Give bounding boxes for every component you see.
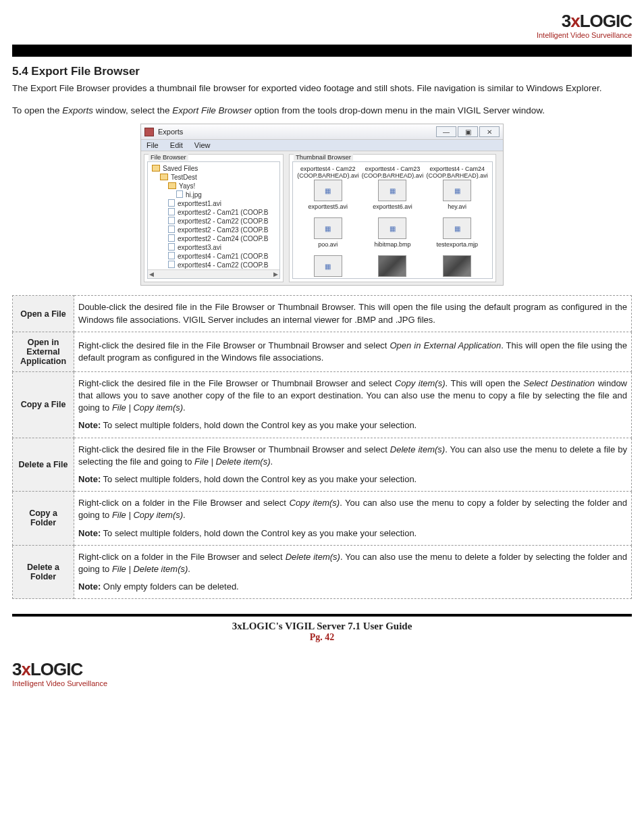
action-description: Right-click the desired file in the File… [74,438,632,492]
thumbnail-item[interactable]: poo.avi▦ [297,242,359,277]
action-name: Delete a File [13,438,74,492]
action-name: Copy a Folder [13,492,74,546]
thumbnail-item[interactable]: exporttest4 - Cam22 (COOP.BARHEAD).avi▦ [297,166,359,201]
menu-view[interactable]: View [194,141,211,149]
exports-window: Exports — ▣ ✕ File Edit View File Browse… [140,124,504,286]
action-name: Open a File [13,296,74,332]
thumbnail-label: testexporta.mjp [436,242,478,255]
video-thumbnail-icon: ▦ [378,180,406,201]
video-thumbnail-icon: ▦ [314,255,342,277]
section-title: 5.4 Export File Browser [12,65,632,78]
actions-table: Open a FileDouble-click the desired file… [12,295,632,599]
thumbnail-label: hibitmap.bmp [374,242,410,255]
thumbnail-item[interactable]: exporttest5.avi▦ [297,204,359,239]
window-icon [144,128,154,136]
table-row: Open a FileDouble-click the desired file… [13,296,632,332]
tree-item[interactable]: exporttest1.avi [168,199,277,208]
page-footer: 3xLOGIC's VIGIL Server 7.1 User Guide Pg… [12,614,632,643]
tree-item[interactable]: exporttest4 - Cam21 (COOP.B [168,252,277,261]
tree-item[interactable]: exporttest4 - Cam24 (COOP.B [168,278,277,279]
tree-item[interactable]: Saved Files [152,164,277,173]
thumbnail-item[interactable]: exporttest4 - Cam24 (COOP.BARHEAD).avi▦ [426,166,488,201]
table-row: Open in External Appli­cationRight-click… [13,332,632,371]
table-row: Copy a FolderRight-click on a folder in … [13,492,632,546]
file-tree[interactable]: Saved FilesTestDestYays!hi.jpgexporttest… [147,161,280,279]
tree-item[interactable]: Yays! [168,182,277,190]
header-logo: 3xLOGIC Intelligent Video Surveillance [12,12,632,39]
video-thumbnail-icon: ▦ [378,217,406,239]
action-name: Delete a Folder [13,545,74,599]
thumbnail-label: exporttest6.avi [373,204,412,217]
thumbnail-item[interactable]: hey.avi▦ [426,204,488,239]
thumbnail-item[interactable]: exporttest6.avi▦ [362,204,424,239]
logo-text: 3xLOGIC [12,660,82,678]
header-divider [12,45,632,57]
window-title: Exports [158,128,183,136]
thumbnail-label: exporttest4 - Cam23 (COOP.BARHEAD).avi [362,166,423,180]
intro-paragraph: The Export File Browser provides a thumb… [12,82,632,95]
video-thumbnail-icon: ▦ [443,180,471,201]
thumbnail-label: exporttest4 - Cam22 (COOP.BARHEAD).avi [297,166,358,180]
tree-scrollbar[interactable]: ◀ ▶ [148,269,279,278]
image-thumbnail-icon [443,255,471,277]
action-description: Right-click on a folder in the File Brow… [74,545,632,599]
window-titlebar: Exports — ▣ ✕ [141,124,503,140]
thumbnail-label: exporttest5.avi [308,204,348,217]
thumbnail-label: poo.avi [318,242,338,255]
tree-item[interactable]: exporttest3.avi [168,243,277,252]
tree-item[interactable]: exporttest2 - Cam24 (COOP.B [168,234,277,243]
footer-logo: 3xLOGIC Intelligent Video Surveillance [12,660,632,687]
logo-tagline: Intelligent Video Surveillance [12,31,632,39]
minimize-button[interactable]: — [436,126,456,137]
table-row: Delete a FolderRight-click on a folder i… [13,545,632,599]
video-thumbnail-icon: ▦ [314,217,342,239]
thumbnail-label: hey.avi [448,204,466,217]
tree-item[interactable]: hi.jpg [176,190,277,199]
video-thumbnail-icon: ▦ [314,180,342,201]
menu-edit[interactable]: Edit [170,141,183,149]
table-row: Delete a FileRight-click the desired fil… [13,438,632,492]
maximize-button[interactable]: ▣ [458,126,478,137]
tree-item[interactable]: exporttest4 - Cam22 (COOP.B [168,261,277,269]
file-browser-panel: File Browser Saved FilesTestDestYays!hi.… [144,154,284,282]
image-thumbnail-icon [378,255,406,277]
thumbnail-browser-panel: Thumbnail Browser exporttest4 - Cam22 (C… [289,154,496,282]
menu-file[interactable]: File [146,141,159,149]
tree-item[interactable]: exporttest2 - Cam23 (COOP.B [168,226,277,234]
thumbnail-item[interactable]: hibitmap.bmp [362,242,424,277]
action-description: Right-click the desired file in the File… [74,371,632,438]
action-name: Copy a File [13,371,74,438]
logo-text: 3xLOGIC [562,12,632,30]
action-description: Right-click on a folder in the File Brow… [74,492,632,546]
file-browser-label: File Browser [149,153,188,161]
menu-bar: File Edit View [141,140,503,151]
tree-item[interactable]: exporttest2 - Cam21 (COOP.B [168,208,277,217]
thumbnail-browser-label: Thumbnail Browser [294,153,353,161]
tree-item[interactable]: exporttest2 - Cam22 (COOP.B [168,217,277,226]
logo-tagline: Intelligent Video Surveillance [12,679,632,687]
table-row: Copy a FileRight-click the desired file … [13,371,632,438]
action-name: Open in External Appli­cation [13,332,74,371]
footer-page-number: Pg. 42 [12,632,632,643]
tree-item[interactable]: TestDest [160,173,277,182]
howto-paragraph: To open the Exports window, select the E… [12,105,632,117]
thumbnail-label: exporttest4 - Cam24 (COOP.BARHEAD).avi [426,166,487,180]
action-description: Double-click the desired file in the Fil… [74,296,632,332]
thumbnail-grid[interactable]: exporttest4 - Cam22 (COOP.BARHEAD).avi▦e… [292,161,493,279]
thumbnail-item[interactable]: testexporta.mjp [426,242,488,277]
video-thumbnail-icon: ▦ [443,217,471,239]
close-button[interactable]: ✕ [479,126,500,137]
footer-title: 3xLOGIC's VIGIL Server 7.1 User Guide [12,621,632,632]
action-description: Right-click the desired file in the File… [74,332,632,371]
thumbnail-item[interactable]: exporttest4 - Cam23 (COOP.BARHEAD).avi▦ [362,166,424,201]
